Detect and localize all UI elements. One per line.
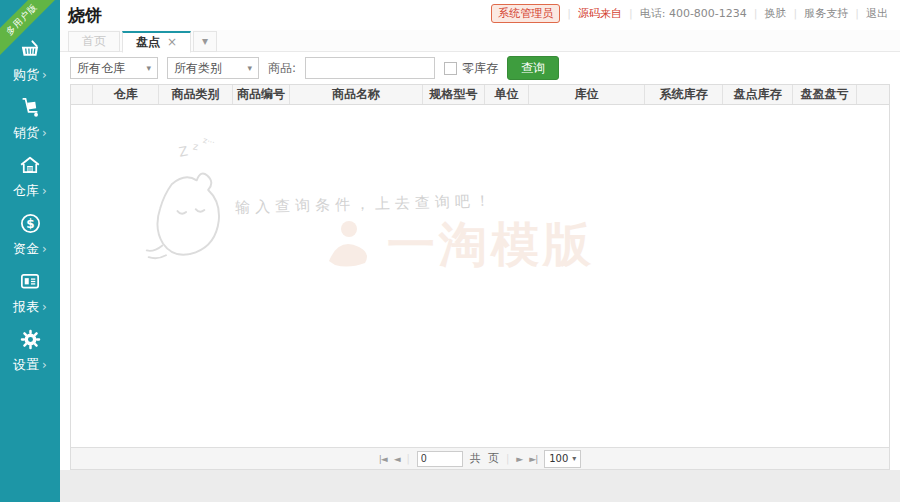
app-root: 购货› 销货› — [0, 0, 900, 502]
divider: | — [506, 453, 509, 464]
stocktake-grid: 仓库 商品类别 商品编号 商品名称 规格型号 单位 库位 系统库存 盘点库存 盘… — [70, 84, 890, 470]
sidebar-label: 报表 — [13, 298, 39, 316]
column-header-blank — [71, 85, 93, 104]
gear-icon — [0, 328, 60, 354]
sidebar-item-funds[interactable]: $ 资金› — [0, 204, 60, 262]
zzz-text: Z z z··· — [179, 141, 215, 160]
column-header-blank — [857, 85, 889, 104]
product-label: 商品: — [268, 60, 296, 77]
source-link[interactable]: 源码来自 — [578, 6, 622, 21]
sidebar-item-warehouse[interactable]: 仓库› — [0, 146, 60, 204]
category-select[interactable]: 所有类别 ▾ — [167, 57, 259, 79]
sidebar-item-reports[interactable]: 报表› — [0, 262, 60, 320]
chevron-right-icon: › — [42, 126, 47, 140]
divider: | — [754, 7, 758, 20]
divider: | — [567, 7, 571, 20]
handtruck-icon — [0, 96, 60, 122]
warehouse-icon — [0, 154, 60, 180]
zero-stock-checkbox[interactable] — [444, 62, 457, 75]
sleeping-cat-doodle — [141, 153, 237, 277]
watermark-text: 一淘模版 — [387, 213, 595, 277]
column-header: 规格型号 — [423, 85, 485, 104]
prev-page-button[interactable]: ◄ — [394, 454, 400, 464]
grid-body-empty: 一淘模版 Z z z··· 输入查询条件，上去查询吧！ — [71, 105, 889, 448]
total-pages-suffix: 页 — [488, 451, 499, 466]
page-bottom-band — [60, 470, 900, 502]
phone-text: 电话: 400-800-1234 — [640, 6, 747, 21]
report-icon — [0, 270, 60, 296]
sidebar-item-sales[interactable]: 销货› — [0, 88, 60, 146]
column-header: 单位 — [485, 85, 529, 104]
divider: | — [794, 7, 798, 20]
product-input[interactable] — [305, 57, 435, 79]
column-header: 商品类别 — [159, 85, 233, 104]
chevron-right-icon: › — [42, 68, 47, 82]
chevron-right-icon: › — [42, 358, 47, 372]
category-select-value: 所有类别 — [174, 60, 222, 77]
column-header: 盘盈盘亏 — [793, 85, 857, 104]
last-page-button[interactable]: ►| — [529, 454, 537, 464]
page-number-input[interactable] — [417, 451, 463, 467]
sidebar-label: 购货 — [13, 66, 39, 84]
first-page-button[interactable]: |◄ — [379, 454, 387, 464]
role-badge: 系统管理员 — [491, 4, 560, 23]
chevron-down-icon: ▾ — [572, 454, 576, 463]
column-header: 盘点库存 — [723, 85, 793, 104]
chevron-down-icon: ▾ — [146, 63, 151, 73]
tab-dropdown[interactable]: ▾ — [193, 31, 217, 52]
chevron-down-icon: ▾ — [202, 34, 208, 48]
support-link[interactable]: 服务支持 — [804, 6, 848, 21]
page-title: 烧饼 — [68, 4, 102, 27]
column-header: 商品编号 — [233, 85, 290, 104]
total-pages-prefix: 共 — [470, 451, 481, 466]
column-header: 商品名称 — [290, 85, 423, 104]
zero-stock-label: 零库存 — [462, 60, 498, 77]
page-size-value: 100 — [549, 453, 568, 464]
divider: | — [629, 7, 633, 20]
column-header: 系统库存 — [645, 85, 723, 104]
skin-link[interactable]: 换肤 — [765, 6, 787, 21]
svg-text:$: $ — [26, 217, 34, 231]
dollar-icon: $ — [0, 212, 60, 238]
header-toolbar: 系统管理员 | 源码来自 | 电话: 400-800-1234 | 换肤 | 服… — [491, 4, 888, 23]
filter-bar: 所有仓库 ▾ 所有类别 ▾ 商品: 零库存 查询 — [70, 56, 559, 80]
page-size-select[interactable]: 100 ▾ — [544, 450, 581, 468]
divider: | — [855, 7, 859, 20]
sidebar: 购货› 销货› — [0, 0, 60, 502]
tab-stocktake[interactable]: 盘点× — [122, 31, 191, 53]
watermark-logo-icon — [325, 217, 377, 273]
query-button[interactable]: 查询 — [507, 56, 559, 80]
chevron-down-icon: ▾ — [247, 63, 252, 73]
next-page-button[interactable]: ► — [516, 454, 522, 464]
sidebar-item-settings[interactable]: 设置› — [0, 320, 60, 378]
close-icon[interactable]: × — [167, 35, 177, 49]
column-header: 库位 — [529, 85, 645, 104]
pagination-bar: |◄ ◄ | 共 页 | ► ►| 100 ▾ — [71, 447, 889, 469]
divider: | — [407, 453, 410, 464]
chevron-right-icon: › — [42, 242, 47, 256]
chevron-right-icon: › — [42, 300, 47, 314]
watermark: 一淘模版 — [325, 213, 595, 277]
warehouse-select[interactable]: 所有仓库 ▾ — [70, 57, 158, 79]
sidebar-label: 销货 — [13, 124, 39, 142]
sidebar-label: 设置 — [13, 356, 39, 374]
column-header: 仓库 — [93, 85, 159, 104]
tab-home[interactable]: 首页 — [68, 31, 120, 52]
grid-header-row: 仓库 商品类别 商品编号 商品名称 规格型号 单位 库位 系统库存 盘点库存 盘… — [71, 85, 889, 105]
tab-bar: 首页 盘点× ▾ — [60, 30, 900, 52]
tab-stocktake-label: 盘点 — [136, 35, 160, 49]
warehouse-select-value: 所有仓库 — [77, 60, 125, 77]
logout-link[interactable]: 退出 — [866, 6, 888, 21]
sidebar-label: 仓库 — [13, 182, 39, 200]
sidebar-label: 资金 — [13, 240, 39, 258]
main-area: 烧饼 系统管理员 | 源码来自 | 电话: 400-800-1234 | 换肤 … — [60, 0, 900, 502]
chevron-right-icon: › — [42, 184, 47, 198]
